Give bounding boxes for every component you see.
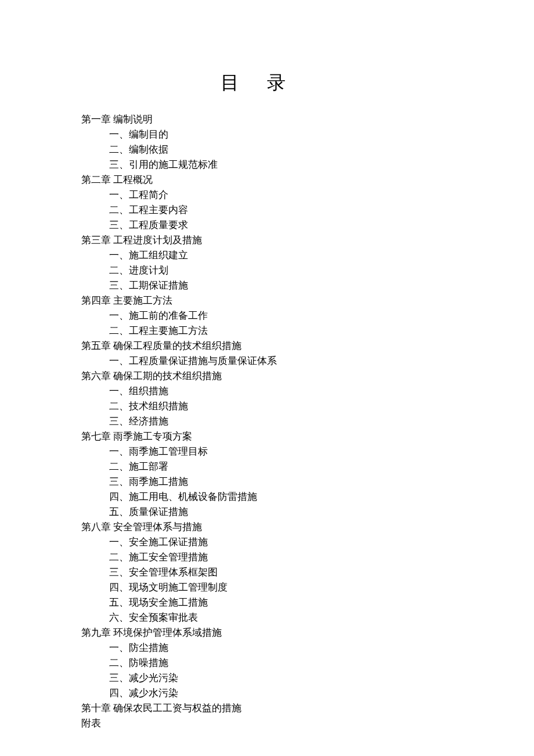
- toc-chapter: 第十章 确保农民工工资与权益的措施: [81, 701, 453, 716]
- toc-chapter: 第六章 确保工期的技术组织措施: [81, 369, 453, 384]
- toc-section: 二、施工安全管理措施: [81, 550, 453, 565]
- toc-chapter: 第八章 安全管理体系与措施: [81, 520, 453, 535]
- toc-section: 一、工程质量保证措施与质量保证体系: [81, 354, 453, 369]
- toc-section: 一、编制目的: [81, 127, 453, 142]
- toc-section: 一、防尘措施: [81, 640, 453, 656]
- toc-chapter: 第三章 工程进度计划及措施: [81, 233, 453, 248]
- toc-section: 三、雨季施工措施: [81, 474, 453, 489]
- toc-chapter: 第五章 确保工程质量的技术组织措施: [81, 339, 453, 354]
- toc-section: 二、技术组织措施: [81, 399, 453, 414]
- toc-section: 一、工程简介: [81, 188, 453, 203]
- toc-section: 一、组织措施: [81, 384, 453, 399]
- toc-section: 三、经济措施: [81, 414, 453, 429]
- toc-chapter: 第九章 环境保护管理体系域措施: [81, 625, 453, 640]
- page-title: 目录: [81, 70, 453, 96]
- toc-section: 四、现场文明施工管理制度: [81, 580, 453, 595]
- toc-section: 六、安全预案审批表: [81, 610, 453, 625]
- toc-section: 二、施工部署: [81, 459, 453, 474]
- toc-section: 一、安全施工保证措施: [81, 535, 453, 550]
- toc-section: 二、防噪措施: [81, 656, 453, 671]
- toc-section: 四、减少水污染: [81, 686, 453, 701]
- toc-chapter: 附表: [81, 716, 453, 731]
- toc-section: 二、编制依据: [81, 142, 453, 157]
- toc-section: 四、施工用电、机械设备防雷措施: [81, 489, 453, 505]
- toc-section: 一、施工组织建立: [81, 248, 453, 263]
- toc-section: 三、工程质量要求: [81, 218, 453, 233]
- toc-chapter: 第七章 雨季施工专项方案: [81, 429, 453, 444]
- toc-section: 三、工期保证措施: [81, 278, 453, 293]
- table-of-contents: 第一章 编制说明一、编制目的二、编制依据三、引用的施工规范标准第二章 工程概况一…: [81, 112, 453, 731]
- document-page: 目录 第一章 编制说明一、编制目的二、编制依据三、引用的施工规范标准第二章 工程…: [0, 0, 534, 756]
- toc-chapter: 第二章 工程概况: [81, 172, 453, 188]
- toc-section: 五、现场安全施工措施: [81, 595, 453, 610]
- toc-section: 二、工程主要施工方法: [81, 323, 453, 339]
- toc-section: 一、施工前的准备工作: [81, 308, 453, 323]
- toc-section: 二、工程主要内容: [81, 203, 453, 218]
- toc-section: 三、减少光污染: [81, 671, 453, 686]
- toc-chapter: 第一章 编制说明: [81, 112, 453, 127]
- toc-section: 二、进度计划: [81, 263, 453, 278]
- toc-chapter: 第四章 主要施工方法: [81, 293, 453, 308]
- toc-section: 五、质量保证措施: [81, 505, 453, 520]
- toc-section: 一、雨季施工管理目标: [81, 444, 453, 459]
- toc-section: 三、安全管理体系框架图: [81, 565, 453, 580]
- toc-section: 三、引用的施工规范标准: [81, 157, 453, 172]
